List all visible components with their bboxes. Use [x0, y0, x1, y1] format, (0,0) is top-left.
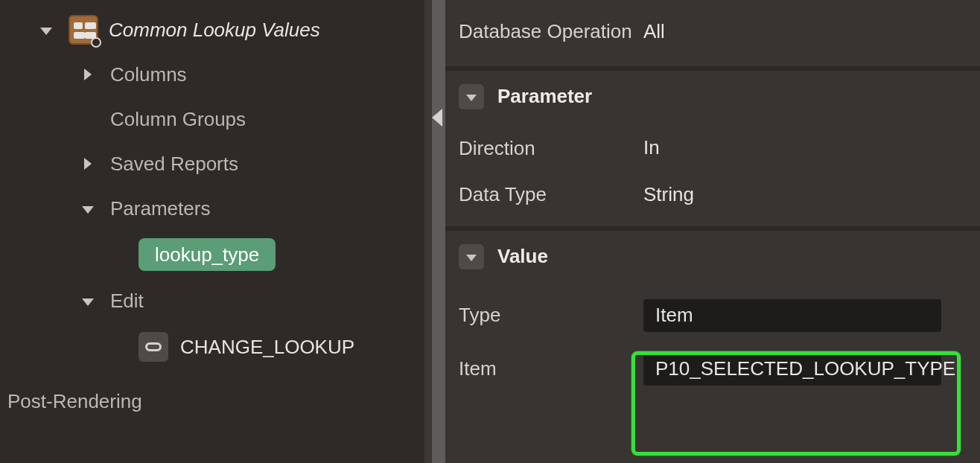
rendering-tree-panel: Common Lookup Values Columns Column Grou… [0, 0, 424, 463]
spacer-icon [79, 110, 97, 128]
edit-label: Edit [110, 290, 144, 313]
columns-label: Columns [110, 63, 187, 86]
item-label: Item [459, 357, 643, 381]
data-type-value[interactable]: String [643, 183, 694, 206]
tree-node-region[interactable]: Common Lookup Values [0, 7, 424, 52]
parameters-label: Parameters [110, 197, 210, 220]
direction-value[interactable]: In [643, 136, 660, 159]
parameter-pill[interactable]: lookup_type [139, 238, 276, 271]
prop-row-item: Item P10_SELECTED_LOOKUP_TYPE [445, 341, 980, 395]
type-label: Type [459, 303, 643, 328]
tree-node-columns[interactable]: Columns [0, 52, 424, 97]
tree-node-parameter-item[interactable]: lookup_type [0, 231, 424, 278]
tree-node-parameters[interactable]: Parameters [0, 186, 424, 231]
column-groups-label: Column Groups [110, 108, 246, 131]
button-icon [139, 332, 168, 362]
group-title-value: Value [497, 245, 548, 268]
tree-node-button[interactable]: CHANGE_LOOKUP [0, 323, 424, 371]
property-editor-panel: Database Operation All Parameter Directi… [445, 0, 980, 463]
collapse-left-icon[interactable] [432, 109, 442, 127]
chevron-right-icon[interactable] [79, 155, 97, 173]
database-operation-label: Database Operation [459, 19, 643, 44]
database-operation-value[interactable]: All [643, 20, 665, 43]
chevron-down-icon[interactable] [459, 84, 484, 109]
type-select[interactable]: Item [643, 299, 941, 332]
prop-row-data-type: Data Type String [445, 169, 980, 226]
tree-node-saved-reports[interactable]: Saved Reports [0, 141, 424, 186]
tree-node-edit[interactable]: Edit [0, 278, 424, 323]
app-root: Common Lookup Values Columns Column Grou… [0, 0, 980, 463]
saved-reports-label: Saved Reports [110, 153, 238, 176]
chevron-down-icon[interactable] [79, 292, 97, 310]
chevron-right-icon[interactable] [79, 66, 97, 83]
chevron-down-icon[interactable] [459, 244, 484, 269]
group-title-parameter: Parameter [497, 85, 592, 108]
group-header-parameter[interactable]: Parameter [445, 71, 980, 120]
chevron-down-icon[interactable] [37, 21, 55, 39]
prop-row-direction: Direction In [445, 120, 980, 170]
direction-label: Direction [459, 136, 643, 161]
post-rendering-section[interactable]: Post-Rendering [0, 390, 424, 413]
prop-row-database-operation: Database Operation All [445, 6, 980, 66]
chevron-down-icon[interactable] [79, 199, 97, 217]
tree-node-column-groups[interactable]: Column Groups [0, 97, 424, 141]
data-type-label: Data Type [459, 182, 643, 207]
prop-row-type: Type Item [445, 280, 980, 341]
item-input[interactable]: P10_SELECTED_LOOKUP_TYPE [643, 353, 941, 386]
region-label: Common Lookup Values [109, 19, 320, 42]
button-name-label: CHANGE_LOOKUP [180, 336, 354, 359]
group-header-value[interactable]: Value [445, 231, 980, 280]
region-icon [69, 15, 98, 45]
panel-splitter[interactable] [424, 0, 445, 463]
